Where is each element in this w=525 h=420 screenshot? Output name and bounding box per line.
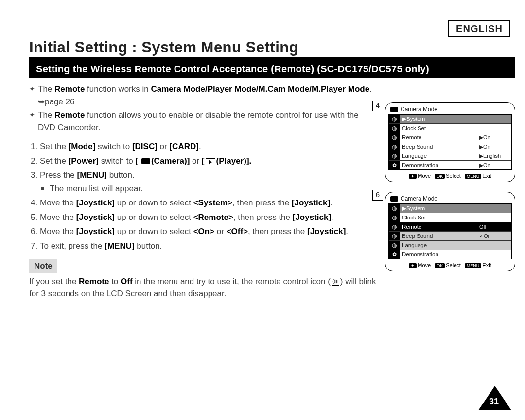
main-title: Initial Setting : System Menu Setting xyxy=(29,39,515,56)
menu-item-label: Clock Set xyxy=(400,124,477,133)
menu-item-value xyxy=(477,204,511,213)
menu-row: ◍ Remote ▶On xyxy=(389,133,511,142)
camera-mode-icon xyxy=(390,107,398,112)
screenshot-6-wrap: 6 Camera Mode ◍ ▶System ◍ xyxy=(385,192,515,271)
move-key-icon: ✦ xyxy=(409,263,417,268)
menu-list: ◍ ▶System ◍ Clock Set ◍ Remote ▶On xyxy=(388,114,512,170)
camera-icon xyxy=(141,158,150,164)
menu-row: Demonstration ▶On xyxy=(389,161,511,169)
step-5: Move the [Joystick] up or down to select… xyxy=(40,211,376,224)
menu-row: ◍ Clock Set xyxy=(389,213,511,222)
menu-item-icon: ◍ xyxy=(389,222,400,231)
screenshot-number: 6 xyxy=(372,190,383,201)
note-heading: Note xyxy=(29,259,57,273)
screenshots-column: 4 Camera Mode ◍ ▶System ◍ xyxy=(385,83,515,281)
menu-item-label: Language xyxy=(400,241,477,250)
menu-item-icon: ◍ xyxy=(389,232,400,240)
instructions-column: ✦ The Remote function works in Camera Mo… xyxy=(29,83,376,300)
remote-icon: ((▮ xyxy=(332,278,339,286)
step-7: To exit, press the [MENU] button. xyxy=(40,240,376,252)
section-heading: Setting the Wireless Remote Control Acce… xyxy=(29,60,515,78)
exit-key-icon: MENU xyxy=(465,263,482,268)
menu-row: ◍ Language xyxy=(389,241,511,250)
menu-item-icon: ◍ xyxy=(389,142,400,151)
menu-item-label: Language xyxy=(400,151,477,160)
step-4: Move the [Joystick] up or down to select… xyxy=(40,197,376,209)
exit-key-icon: MENU xyxy=(465,174,482,179)
menu-item-value xyxy=(477,213,511,222)
intro-bullets: ✦ The Remote function works in Camera Mo… xyxy=(29,83,376,134)
step-3: Press the [MENU] button. The menu list w… xyxy=(40,169,376,195)
language-box: ENGLISH xyxy=(448,20,510,37)
menu-item-value xyxy=(477,250,511,259)
screenshot-header: Camera Mode xyxy=(390,195,512,202)
menu-item-label: Remote xyxy=(400,133,477,142)
screenshot-footer: ✦Move OKSelect MENUExit xyxy=(388,173,512,179)
gear-icon xyxy=(389,250,400,259)
menu-item-value: ▶On xyxy=(477,133,511,142)
menu-item-label: Clock Set xyxy=(400,213,477,222)
screenshot-6: Camera Mode ◍ ▶System ◍ Clock Set xyxy=(385,192,515,271)
menu-item-value: Off xyxy=(477,222,511,231)
menu-item-label: Demonstration xyxy=(400,161,477,169)
screenshot-number: 4 xyxy=(372,101,383,111)
menu-item-icon: ◍ xyxy=(389,213,400,222)
substep-3-1: The menu list will appear. xyxy=(50,183,376,195)
menu-row-selected: ◍ Remote Off xyxy=(389,222,511,232)
screenshot-footer: ✦Move OKSelect MENUExit xyxy=(388,262,512,268)
move-key-icon: ✦ xyxy=(409,174,417,179)
screenshot-header: Camera Mode xyxy=(390,106,512,113)
menu-item-value: ▶On xyxy=(477,142,511,151)
diamond-icon: ✦ xyxy=(29,83,35,95)
substep-list: The menu list will appear. xyxy=(40,183,376,195)
screenshot-header-text: Camera Mode xyxy=(401,195,438,202)
menu-row-system: ◍ ▶System xyxy=(389,204,511,213)
menu-item-icon: ◍ xyxy=(389,241,400,250)
screenshot-header-text: Camera Mode xyxy=(401,106,438,113)
note-text: If you set the Remote to Off in the menu… xyxy=(29,275,376,300)
intro-bullet-1: ✦ The Remote function works in Camera Mo… xyxy=(29,83,376,108)
page-number: 31 xyxy=(489,397,499,407)
intro-bullet-2: ✦ The Remote function allows you to enab… xyxy=(29,109,376,134)
menu-item-label: ▶System xyxy=(400,115,477,123)
menu-item-icon: ◍ xyxy=(389,115,400,123)
menu-item-label: Beep Sound xyxy=(400,142,477,151)
menu-row: ◍ Beep Sound ▶On xyxy=(389,142,511,151)
menu-row: ◍ Language ▶English xyxy=(389,151,511,161)
menu-item-label: Remote xyxy=(400,222,477,231)
menu-item-icon: ◍ xyxy=(389,124,400,133)
menu-item-value: ✓On xyxy=(477,232,511,240)
menu-item-label: Demonstration xyxy=(400,250,477,259)
menu-item-icon: ◍ xyxy=(389,133,400,142)
select-key-icon: OK xyxy=(435,263,445,268)
content-row: ✦ The Remote function works in Camera Mo… xyxy=(29,83,515,300)
menu-item-label: ▶System xyxy=(400,204,477,213)
page-number-triangle: 31 xyxy=(478,386,511,410)
menu-list: ◍ ▶System ◍ Clock Set ◍ Remote Off xyxy=(388,203,512,259)
menu-item-value: ▶On xyxy=(477,161,511,169)
manual-page: ENGLISH Initial Setting : System Menu Se… xyxy=(0,0,525,420)
step-2: Set the [Power] switch to [ (Camera)] or… xyxy=(40,155,376,168)
menu-row: ◍ Clock Set xyxy=(389,124,511,133)
screenshot-4: Camera Mode ◍ ▶System ◍ Clock Set xyxy=(385,102,515,182)
menu-item-value: ▶English xyxy=(477,151,511,160)
play-icon xyxy=(206,158,215,166)
step-1: Set the [Mode] switch to [DISC] or [CARD… xyxy=(40,140,376,153)
step-list: Set the [Mode] switch to [DISC] or [CARD… xyxy=(29,140,376,252)
menu-item-icon: ◍ xyxy=(389,204,400,213)
step-6: Move the [Joystick] up or down to select… xyxy=(40,225,376,238)
menu-item-value xyxy=(477,241,511,250)
menu-item-label: Beep Sound xyxy=(400,232,477,240)
diamond-icon: ✦ xyxy=(29,109,35,120)
gear-icon xyxy=(389,161,400,169)
menu-item-value xyxy=(477,124,511,133)
menu-row-system: ◍ ▶System xyxy=(389,115,511,124)
screenshot-4-wrap: 4 Camera Mode ◍ ▶System ◍ xyxy=(385,102,515,182)
menu-item-icon: ◍ xyxy=(389,151,400,160)
select-key-icon: OK xyxy=(435,174,445,179)
menu-row: ◍ Beep Sound ✓On xyxy=(389,232,511,241)
menu-item-value xyxy=(477,115,511,123)
menu-row: Demonstration xyxy=(389,250,511,259)
camera-mode-icon xyxy=(390,196,398,202)
